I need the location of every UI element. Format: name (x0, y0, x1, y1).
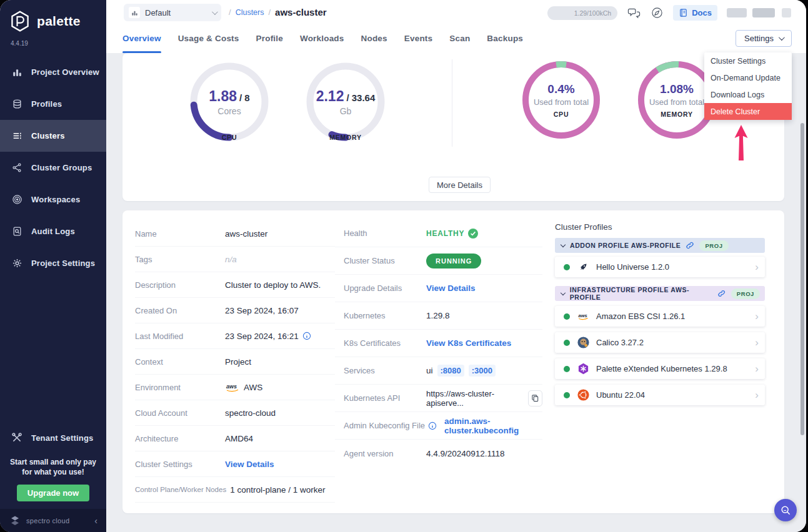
network-icon (11, 162, 22, 174)
info-row-cluster-settings: Cluster Settings View Details (135, 451, 335, 477)
breadcrumb-current: aws-cluster (275, 7, 327, 17)
cpu-donut-caption: Used from total (534, 97, 589, 107)
tab-events[interactable]: Events (404, 28, 432, 53)
calico-icon (577, 337, 589, 349)
chevron-down-icon (561, 242, 566, 247)
list-icon (11, 131, 22, 142)
aws-icon: aws (577, 310, 589, 323)
cluster-settings-view-details-link[interactable]: View Details (225, 460, 274, 469)
doc-search-icon (11, 226, 22, 237)
menu-item-download-logs[interactable]: Download Logs (704, 86, 792, 103)
service-port-8080-link[interactable]: :8080 (437, 365, 464, 377)
details-card: Name aws-cluster Tags n/a Description Cl… (122, 210, 784, 513)
more-details-button[interactable]: More Details (429, 177, 491, 193)
ubuntu-icon (577, 389, 589, 401)
project-selector[interactable]: Default (124, 4, 221, 21)
chevron-down-icon (779, 34, 785, 41)
scope-badge: PROJ (699, 240, 728, 251)
addon-profile-header[interactable]: ADDON PROFILE AWS-PROFILE PROJ (555, 238, 765, 253)
tab-nodes[interactable]: Nodes (361, 28, 387, 53)
tab-profile[interactable]: Profile (256, 28, 283, 53)
redacted-avatar[interactable] (782, 8, 791, 17)
sidebar-item-audit-logs[interactable]: Audit Logs (0, 215, 106, 247)
app-name: palette (37, 14, 81, 29)
infrastructure-profile-header[interactable]: INFRASTRUCTURE PROFILE AWS-PROFILE PROJ (555, 286, 765, 301)
link-icon (717, 289, 726, 298)
info-row-created-on: Created On 23 Sep 2024, 16:07 (135, 298, 335, 323)
search-fab-button[interactable] (774, 499, 797, 521)
tab-usage-costs[interactable]: Usage & Costs (178, 28, 239, 53)
chevron-right-icon: › (755, 390, 759, 400)
status-row-kubernetes-api: Kubernetes API https://aws-cluster-apise… (335, 385, 542, 412)
upgrade-promo: Start small and only pay for what you us… (0, 457, 106, 501)
pack-status-dot (564, 392, 570, 398)
status-row-cluster-status: Cluster Status RUNNING (335, 247, 542, 275)
profile-pack-hello-universe[interactable]: Hello Universe 1.2.0 › (555, 257, 765, 277)
vertical-scrollbar[interactable] (801, 123, 804, 435)
sidebar-item-tenant-settings[interactable]: Tenant Settings (0, 423, 106, 452)
tab-backups[interactable]: Backups (487, 28, 523, 53)
kubeconfig-download-link[interactable]: admin.aws-cluster.kubeconfig (444, 416, 542, 435)
chevron-right-icon: › (755, 363, 759, 374)
compass-icon[interactable] (650, 6, 664, 20)
cpu-used-percent: 0.4% (547, 82, 574, 96)
profile-pack-ubuntu[interactable]: Ubuntu 22.04 › (555, 385, 765, 405)
profile-pack-palette-extended-kubernetes[interactable]: Palette eXtended Kubernetes 1.29.8 › (555, 358, 765, 379)
upgrade-now-button[interactable]: Upgrade now (17, 485, 89, 501)
settings-button[interactable]: Settings (736, 30, 792, 47)
screen: palette 4.4.19 Project Overview Profiles… (0, 0, 808, 532)
tab-overview[interactable]: Overview (122, 28, 161, 53)
pack-status-dot (564, 264, 570, 270)
memory-gauge: 2.12 / 33.64 Gb MEMORY (305, 61, 386, 142)
service-port-3000-link[interactable]: :3000 (469, 365, 496, 377)
status-row-kubernetes: Kubernetes 1.29.8 (335, 302, 542, 330)
tab-workloads[interactable]: Workloads (300, 28, 344, 53)
menu-item-cluster-settings[interactable]: Cluster Settings (704, 52, 792, 69)
pack-status-dot (564, 366, 570, 372)
status-row-services: Services ui :8080 :3000 (335, 357, 542, 385)
collapse-sidebar-icon[interactable]: ‹ (94, 516, 97, 526)
sidebar-item-clusters[interactable]: Clusters (0, 120, 106, 152)
tab-scan[interactable]: Scan (449, 28, 470, 53)
memory-donut-caption: Used from total (649, 97, 704, 107)
app-window: palette 4.4.19 Project Overview Profiles… (0, 0, 806, 532)
menu-item-on-demand-update[interactable]: On-Demand Update (704, 69, 792, 86)
info-icon[interactable] (428, 421, 437, 430)
chat-icon[interactable] (627, 6, 641, 20)
sidebar-item-profiles[interactable]: Profiles (0, 88, 106, 120)
docs-button[interactable]: Docs (673, 5, 717, 21)
hello-universe-icon (577, 261, 589, 273)
view-k8s-certificates-link[interactable]: View K8s Certificates (426, 338, 511, 348)
sidebar-item-cluster-groups[interactable]: Cluster Groups (0, 152, 106, 184)
pack-status-dot (564, 340, 570, 346)
profile-pack-calico[interactable]: Calico 3.27.2 › (555, 332, 765, 353)
memory-donut-label: MEMORY (661, 111, 693, 118)
profile-pack-amazon-ebs-csi[interactable]: aws Amazon EBS CSI 1.26.1 › (555, 306, 765, 327)
divider (452, 59, 452, 147)
menu-item-delete-cluster[interactable]: Delete Cluster (704, 103, 792, 120)
cluster-profiles-title: Cluster Profiles (555, 222, 765, 232)
info-icon[interactable] (302, 332, 311, 340)
info-row-name: Name aws-cluster (135, 221, 335, 247)
sidebar-footer: spectro cloud ‹ (0, 509, 106, 532)
health-status-badge: HEALTHY (426, 229, 478, 239)
breadcrumb-clusters-link[interactable]: Clusters (236, 8, 264, 17)
layers-icon (11, 99, 22, 110)
metrics-card: 1.88 / 8 Cores CPU 2.12 / 33.64 (122, 53, 784, 201)
chevron-right-icon: › (755, 262, 759, 272)
sidebar-item-project-overview[interactable]: Project Overview (0, 56, 106, 88)
palette-logo-icon (9, 10, 31, 32)
chevron-down-icon (212, 9, 218, 15)
cpu-total-value: / 8 (239, 92, 250, 103)
sidebar-item-workspaces[interactable]: Workspaces (0, 184, 106, 215)
info-row-tags: Tags n/a (135, 247, 335, 272)
gear-icon (11, 258, 22, 269)
promo-text: Start small and only pay for what you us… (0, 457, 106, 477)
copy-icon[interactable] (528, 390, 543, 406)
info-row-description: Description Cluster to deploy to AWS. (135, 272, 335, 298)
svg-text:aws: aws (226, 383, 237, 390)
palette-logo[interactable]: palette (9, 10, 81, 32)
top-bar: Default / Clusters / aws-cluster 1.29/10… (106, 0, 806, 25)
upgrade-view-details-link[interactable]: View Details (426, 283, 476, 293)
sidebar-item-project-settings[interactable]: Project Settings (0, 247, 106, 279)
